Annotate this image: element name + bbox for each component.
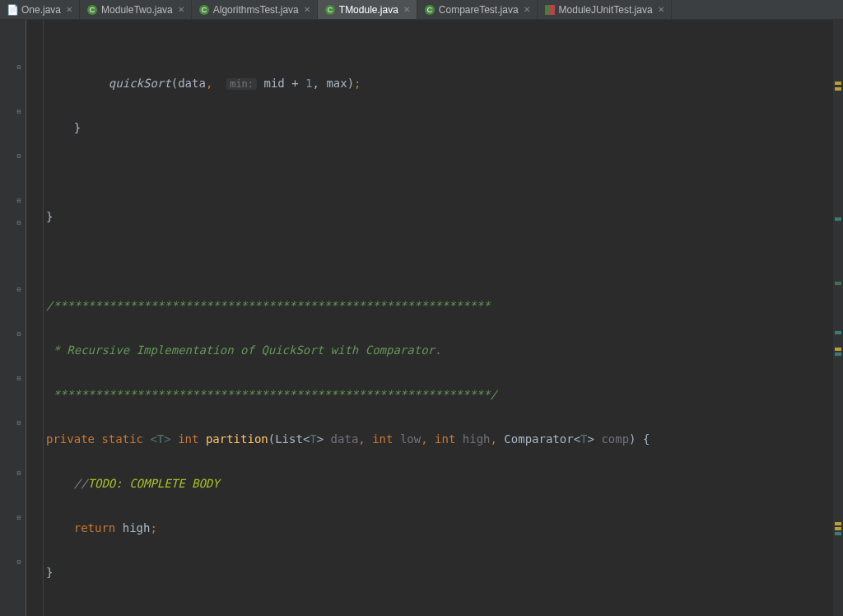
- warning-marker[interactable]: [835, 527, 841, 530]
- todo-marker[interactable]: [835, 352, 841, 356]
- tab-label: ModuleTwo.java: [101, 4, 173, 16]
- error-stripe[interactable]: [833, 20, 843, 616]
- tab-label: CompareTest.java: [439, 4, 519, 16]
- todo-marker[interactable]: [835, 331, 841, 334]
- todo-marker[interactable]: [835, 217, 841, 221]
- fold-icon[interactable]: ⊟: [15, 329, 23, 338]
- warning-marker[interactable]: [835, 522, 841, 525]
- editor-tabs: 📄 One.java ✕ C ModuleTwo.java ✕ C Algori…: [0, 0, 843, 20]
- code-line: }: [46, 206, 833, 228]
- junit-icon: [544, 4, 556, 16]
- tab-label: TModule.java: [339, 4, 398, 16]
- code-line: [46, 250, 833, 273]
- code-line: [46, 606, 833, 616]
- warning-marker[interactable]: [835, 82, 841, 85]
- fold-icon[interactable]: ⊟: [15, 469, 23, 477]
- warning-marker[interactable]: [835, 87, 841, 91]
- tab-label: One.java: [21, 4, 61, 16]
- svg-text:C: C: [328, 6, 333, 14]
- code-line: quickSort(data, min: mid + 1, max);: [46, 72, 833, 95]
- code-line: [46, 161, 833, 184]
- code-line: return high;: [46, 517, 833, 539]
- tab-algorithmstest[interactable]: C AlgorithmsTest.java ✕: [192, 0, 318, 19]
- class-icon: C: [86, 4, 98, 16]
- indent-guide: [43, 20, 44, 616]
- gutter[interactable]: ⊟ ⊟ ⊟ ⊟ ⊟ ⊟ ⊟ ⊟ ⊟ ⊟ ⊟ ⊟: [0, 20, 26, 616]
- svg-text:C: C: [90, 6, 95, 14]
- fold-icon[interactable]: ⊟: [15, 374, 23, 382]
- tab-modulejunittest[interactable]: ModuleJUnitTest.java ✕: [538, 0, 672, 19]
- tab-label: AlgorithmsTest.java: [213, 4, 299, 16]
- hint-marker[interactable]: [835, 282, 841, 285]
- close-icon[interactable]: ✕: [524, 5, 530, 14]
- class-icon: C: [324, 4, 336, 16]
- fold-icon[interactable]: ⊟: [15, 196, 23, 204]
- close-icon[interactable]: ✕: [304, 5, 310, 14]
- tab-moduletwo[interactable]: C ModuleTwo.java ✕: [80, 0, 192, 19]
- fold-icon[interactable]: ⊟: [15, 513, 23, 521]
- editor-area: ⊟ ⊟ ⊟ ⊟ ⊟ ⊟ ⊟ ⊟ ⊟ ⊟ ⊟ ⊟ quickSort(data, …: [0, 20, 843, 616]
- svg-text:C: C: [202, 6, 207, 14]
- fold-icon[interactable]: ⊟: [15, 63, 23, 71]
- fold-icon[interactable]: ⊟: [15, 418, 23, 427]
- class-icon: C: [198, 4, 210, 16]
- tab-comparetest[interactable]: C CompareTest.java ✕: [417, 0, 538, 19]
- svg-text:C: C: [427, 6, 433, 14]
- code-line: * Recursive Implementation of QuickSort …: [46, 339, 833, 362]
- warning-marker[interactable]: [835, 348, 841, 351]
- tab-label: ModuleJUnitTest.java: [559, 4, 653, 16]
- code-line: /***************************************…: [46, 295, 833, 317]
- close-icon[interactable]: ✕: [658, 5, 664, 14]
- close-icon[interactable]: ✕: [66, 5, 72, 14]
- code-line: //TODO: COMPLETE BODY: [46, 473, 833, 495]
- code-line: }: [46, 562, 833, 584]
- fold-icon[interactable]: ⊟: [15, 152, 23, 160]
- close-icon[interactable]: ✕: [403, 5, 410, 14]
- code-line: private static <T> int partition(List<T>…: [46, 428, 833, 450]
- tab-tmodule[interactable]: C TModule.java ✕: [318, 0, 417, 19]
- java-file-icon: 📄: [7, 4, 18, 16]
- close-icon[interactable]: ✕: [178, 5, 184, 14]
- code-line: }: [46, 117, 833, 139]
- class-icon: C: [424, 4, 435, 16]
- fold-icon[interactable]: ⊟: [15, 218, 23, 226]
- code-line: ****************************************…: [46, 384, 833, 406]
- fold-icon[interactable]: ⊟: [15, 558, 23, 566]
- todo-marker[interactable]: [835, 532, 841, 535]
- fold-icon[interactable]: ⊟: [15, 285, 23, 293]
- code-editor[interactable]: quickSort(data, min: mid + 1, max); } } …: [26, 20, 833, 616]
- fold-icon[interactable]: ⊟: [15, 107, 23, 115]
- svg-rect-9: [550, 5, 555, 15]
- tab-one[interactable]: 📄 One.java ✕: [0, 0, 80, 19]
